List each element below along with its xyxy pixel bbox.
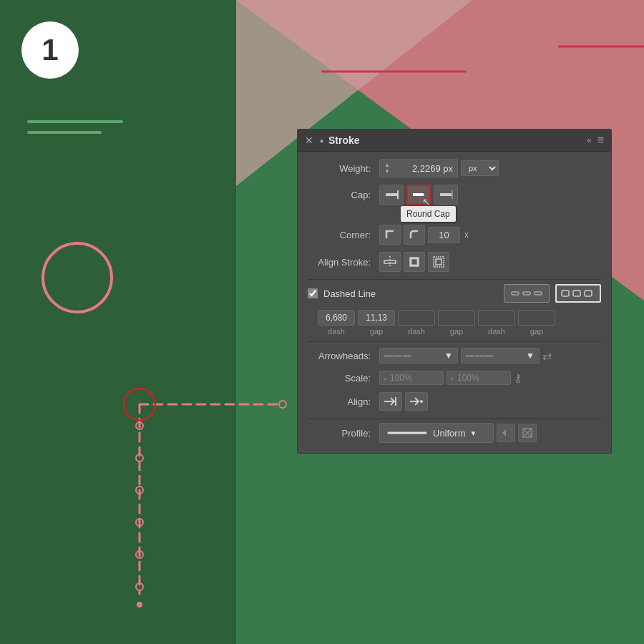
gap-label-1: gap: [370, 327, 383, 336]
profile-label: Profile:: [308, 428, 379, 439]
panel-body: Weight: ▲ ▼ 2,2269 px px mm cm pt: [298, 152, 611, 453]
profile-controls: Uniform ▼: [379, 423, 601, 443]
dash-pattern-button-2[interactable]: [555, 284, 601, 303]
align-stroke-inside-button[interactable]: [404, 252, 425, 272]
align-button-1[interactable]: [379, 392, 402, 411]
dash-input-group-6: gap: [518, 310, 555, 336]
panel-collapse-button[interactable]: «: [587, 135, 592, 145]
panel-divider-3: [308, 418, 601, 419]
svg-rect-27: [436, 259, 441, 265]
panel-header-right: « ≡: [587, 134, 604, 147]
dash-label-2: dash: [408, 327, 425, 336]
svg-rect-19: [397, 190, 399, 199]
align-label: Align:: [308, 396, 379, 407]
panel-adjust-icon: ⬧: [319, 135, 324, 145]
corner-controls: 10 x: [379, 225, 601, 245]
arrowhead-swap-button[interactable]: ⇄: [542, 349, 552, 363]
arrowheads-label: Arrowheads:: [308, 351, 379, 361]
svg-rect-21: [440, 193, 452, 196]
panel-close-button[interactable]: ✕: [305, 135, 313, 146]
arrowheads-row: Arrowheads: ——— ▼ ——— ▼ ⇄: [308, 348, 601, 364]
arrowhead-end-dropdown-icon: ▼: [526, 351, 535, 361]
weight-input-field[interactable]: ▲ ▼ 2,2269 px: [379, 159, 458, 177]
dashed-line-checkbox[interactable]: [308, 288, 318, 298]
svg-rect-30: [523, 292, 530, 295]
panel-divider-2: [308, 341, 601, 342]
scale-link-icon[interactable]: ⚷: [514, 371, 522, 385]
panel-title: Stroke: [328, 135, 360, 146]
align-controls: [379, 392, 601, 411]
svg-rect-34: [585, 291, 592, 296]
arrowhead-start-value: ———: [384, 351, 441, 361]
dash-input-1[interactable]: [318, 310, 355, 326]
scale-start-input[interactable]: ⬧ 100%: [379, 371, 444, 385]
profile-select[interactable]: Uniform ▼: [379, 423, 494, 443]
gap-input-1[interactable]: [358, 310, 395, 326]
profile-row: Profile: Uniform ▼: [308, 423, 601, 443]
weight-spinners[interactable]: ▲ ▼: [384, 162, 390, 175]
svg-rect-18: [386, 193, 397, 196]
dash-input-group-3: dash: [398, 310, 435, 336]
align-stroke-outside-button[interactable]: [428, 252, 449, 272]
weight-unit-dropdown[interactable]: px mm cm pt: [461, 160, 499, 176]
profile-flip-button[interactable]: [497, 424, 515, 442]
dash-input-group-2: gap: [358, 310, 395, 336]
svg-rect-31: [535, 292, 542, 295]
dashed-line-row: Dashed Line: [308, 284, 601, 303]
stroke-panel: ✕ ⬧ Stroke « ≡ Weight: ▲ ▼ 2,2269 px: [297, 129, 612, 454]
dash-label-3: dash: [488, 327, 505, 336]
weight-value: 2,2269 px: [412, 163, 453, 174]
arrowhead-start-select[interactable]: ——— ▼: [379, 348, 458, 364]
scale-end-value: 100%: [457, 373, 479, 383]
panel-menu-button[interactable]: ≡: [597, 134, 604, 147]
cap-button-projecting[interactable]: [434, 185, 458, 205]
gap-label-3: gap: [530, 327, 543, 336]
svg-rect-22: [452, 190, 453, 199]
align-button-2[interactable]: [405, 392, 428, 411]
corner-button-round[interactable]: [404, 225, 425, 245]
cap-label: Cap:: [308, 190, 379, 200]
gap-input-2[interactable]: [438, 310, 475, 326]
arrowhead-end-select[interactable]: ——— ▼: [461, 348, 540, 364]
corner-value-input[interactable]: 10: [428, 227, 460, 243]
align-stroke-center-button[interactable]: [379, 252, 401, 272]
corner-label: Corner:: [308, 230, 379, 240]
dashed-line-label: Dashed Line: [323, 288, 376, 299]
panel-divider: [308, 279, 601, 280]
dash-input-3[interactable]: [478, 310, 515, 326]
panel-title-area: ✕ ⬧ Stroke: [305, 135, 360, 146]
profile-dropdown-icon: ▼: [470, 429, 477, 437]
gap-label-2: gap: [450, 327, 463, 336]
dash-input-group-5: dash: [478, 310, 515, 336]
cap-row: Cap: ↖ Rou: [308, 185, 601, 205]
cap-button-butt[interactable]: [379, 185, 404, 205]
svg-rect-32: [562, 291, 569, 296]
weight-controls: ▲ ▼ 2,2269 px px mm cm pt: [379, 159, 601, 177]
dash-input-2[interactable]: [398, 310, 435, 326]
profile-reset-button[interactable]: [518, 424, 537, 442]
dash-pattern-button-1[interactable]: [504, 284, 550, 303]
gap-input-3[interactable]: [518, 310, 555, 326]
svg-rect-33: [573, 291, 580, 296]
cap-button-round[interactable]: ↖ Round Cap: [406, 185, 431, 205]
corner-row: Corner: 10 x: [308, 225, 601, 245]
cap-controls: ↖ Round Cap: [379, 185, 601, 205]
canvas-dark-area: [0, 0, 236, 644]
svg-rect-29: [512, 292, 519, 295]
svg-rect-28: [434, 257, 444, 267]
step-number: 1: [42, 33, 58, 67]
align-row: Align:: [308, 392, 601, 411]
corner-button-miter[interactable]: [379, 225, 401, 245]
step-number-badge: 1: [21, 21, 79, 79]
svg-point-38: [420, 400, 423, 403]
scale-start-value: 100%: [390, 373, 412, 383]
profile-value: Uniform: [433, 428, 466, 439]
align-stroke-row: Align Stroke:: [308, 252, 601, 272]
scale-end-input[interactable]: ⬧ 100%: [447, 371, 511, 385]
align-stroke-controls: [379, 252, 601, 272]
dash-input-group-1: dash: [318, 310, 355, 336]
round-cap-tooltip: Round Cap: [401, 206, 456, 222]
weight-label: Weight:: [308, 163, 379, 174]
svg-rect-20: [413, 193, 423, 196]
weight-row: Weight: ▲ ▼ 2,2269 px px mm cm pt: [308, 159, 601, 177]
